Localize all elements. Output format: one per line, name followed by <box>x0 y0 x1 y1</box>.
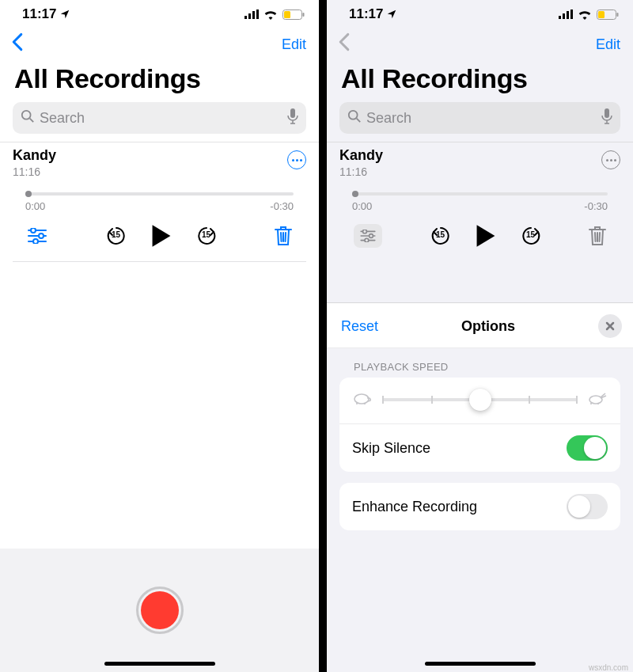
skip-back-label: 15 <box>106 230 127 239</box>
skip-forward-button[interactable]: 15 <box>521 226 541 246</box>
scrubber-knob-icon[interactable] <box>352 191 358 197</box>
skip-forward-button[interactable]: 15 <box>196 226 217 246</box>
home-indicator[interactable] <box>104 662 215 666</box>
svg-line-8 <box>30 119 34 123</box>
recording-time: 11:16 <box>13 165 56 178</box>
search-input[interactable]: Search <box>13 102 306 134</box>
edit-button[interactable]: Edit <box>282 36 306 53</box>
close-button[interactable] <box>598 314 622 338</box>
scrubber[interactable]: 0:00 -0:30 <box>339 178 620 212</box>
skip-fwd-label: 15 <box>521 230 541 239</box>
svg-rect-21 <box>563 13 565 19</box>
recording-more-button[interactable] <box>601 150 620 169</box>
skip-fwd-label: 15 <box>196 230 217 239</box>
playback-controls: 15 15 <box>13 212 306 262</box>
svg-rect-25 <box>617 13 619 17</box>
mic-icon[interactable] <box>287 108 298 127</box>
svg-rect-20 <box>559 16 561 19</box>
svg-rect-6 <box>284 11 290 18</box>
svg-point-31 <box>363 230 367 233</box>
nav-bar: Edit <box>327 25 633 62</box>
edit-button[interactable]: Edit <box>596 36 620 53</box>
remaining-time: -0:30 <box>270 200 294 212</box>
scrubber-knob-icon[interactable] <box>25 191 32 197</box>
home-indicator[interactable] <box>425 662 536 666</box>
battery-icon <box>597 9 619 20</box>
skip-back-label: 15 <box>430 230 451 239</box>
back-button[interactable] <box>338 32 351 57</box>
svg-point-35 <box>365 238 369 242</box>
enhance-toggle[interactable] <box>567 494 608 519</box>
back-button[interactable] <box>11 32 24 57</box>
location-icon <box>59 9 70 20</box>
svg-point-42 <box>354 394 369 404</box>
svg-point-7 <box>22 111 31 120</box>
location-icon <box>386 9 397 20</box>
wifi-icon <box>263 9 278 20</box>
svg-line-19 <box>286 233 286 241</box>
elapsed-time: 0:00 <box>25 200 45 212</box>
svg-point-13 <box>39 233 44 238</box>
svg-line-39 <box>600 233 601 241</box>
delete-button[interactable] <box>589 226 606 246</box>
page-title: All Recordings <box>327 62 633 102</box>
search-icon <box>347 109 362 127</box>
search-placeholder: Search <box>40 110 282 127</box>
record-footer <box>0 549 319 672</box>
page-title: All Recordings <box>0 62 319 102</box>
scrubber[interactable]: 0:00 -0:30 <box>13 178 306 212</box>
skip-back-button[interactable]: 15 <box>430 226 451 246</box>
svg-point-15 <box>33 239 38 244</box>
screen-left: 11:17 Edit All Recordings Search <box>0 0 319 672</box>
svg-line-17 <box>281 233 282 241</box>
svg-line-37 <box>595 233 596 241</box>
status-bar: 11:17 <box>327 0 633 25</box>
status-time: 11:17 <box>22 6 56 22</box>
screen-right: 11:17 Edit All Recordings Search <box>327 0 633 672</box>
svg-rect-23 <box>570 9 573 19</box>
mic-icon[interactable] <box>601 108 612 127</box>
search-placeholder: Search <box>366 110 597 127</box>
svg-rect-3 <box>256 9 259 19</box>
svg-point-33 <box>370 234 373 238</box>
svg-rect-26 <box>598 11 605 18</box>
speed-knob-icon[interactable] <box>469 389 491 411</box>
delete-button[interactable] <box>275 226 292 246</box>
reset-button[interactable]: Reset <box>341 318 378 335</box>
svg-rect-29 <box>605 108 609 118</box>
rabbit-icon <box>587 391 608 408</box>
skip-back-button[interactable]: 15 <box>106 226 127 246</box>
svg-rect-0 <box>244 16 247 19</box>
record-icon <box>141 591 179 629</box>
playback-options-button[interactable] <box>354 224 382 248</box>
playback-controls: 15 15 <box>339 212 620 261</box>
recording-title: Kandy <box>339 147 383 164</box>
svg-point-27 <box>349 111 358 120</box>
svg-rect-22 <box>567 11 569 19</box>
recording-item[interactable]: Kandy 11:16 0:00 -0:30 15 <box>327 142 633 261</box>
options-sheet: Reset Options PLAYBACK SPEED <box>327 302 633 672</box>
battery-icon <box>282 9 305 20</box>
svg-line-28 <box>357 119 361 123</box>
search-input[interactable]: Search <box>339 102 620 134</box>
play-button[interactable] <box>475 223 497 249</box>
svg-marker-16 <box>152 225 170 246</box>
recording-time: 11:16 <box>339 165 383 178</box>
skip-silence-toggle[interactable] <box>567 435 608 461</box>
skip-silence-row: Skip Silence <box>339 423 620 472</box>
svg-rect-2 <box>252 11 255 19</box>
wifi-icon <box>578 9 592 20</box>
status-time: 11:17 <box>349 6 383 22</box>
elapsed-time: 0:00 <box>352 200 372 212</box>
play-button[interactable] <box>150 223 172 249</box>
recording-more-button[interactable] <box>287 150 306 169</box>
svg-rect-9 <box>290 108 295 118</box>
options-header: Reset Options <box>327 303 633 348</box>
record-button[interactable] <box>136 587 184 634</box>
playback-options-button[interactable] <box>27 228 47 244</box>
speed-slider[interactable] <box>382 390 578 409</box>
recording-item[interactable]: Kandy 11:16 0:00 -0:30 15 <box>0 142 319 262</box>
svg-marker-36 <box>476 225 495 246</box>
enhance-label: Enhance Recording <box>352 499 477 515</box>
svg-rect-1 <box>248 13 251 19</box>
